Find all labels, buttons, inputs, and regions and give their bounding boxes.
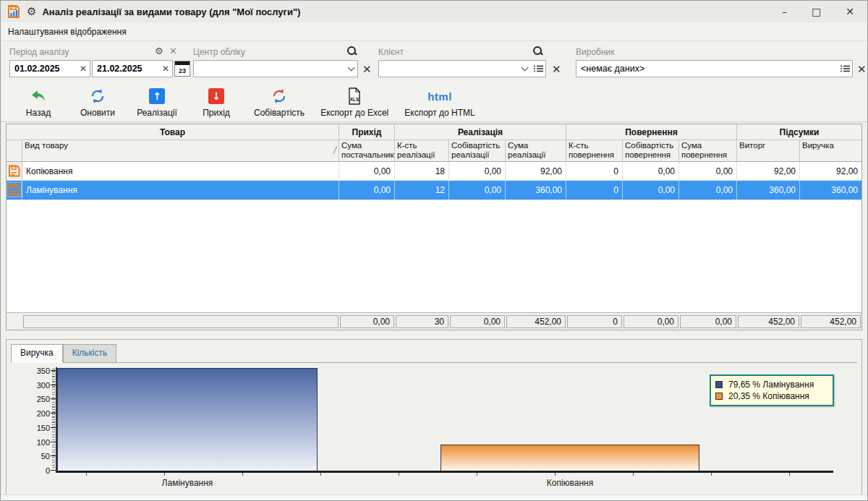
table-row[interactable]: Ламінування 0,00 12 0,00 360,00 0 0,00 0…	[7, 181, 861, 200]
legend-item: 20,35 % Копіювання	[715, 390, 828, 402]
gear-icon: ⚙	[27, 5, 36, 18]
list-icon[interactable]	[838, 65, 852, 72]
income-button[interactable]: ↓ Прихід	[190, 86, 242, 119]
group-income[interactable]: Прихід	[339, 124, 395, 140]
search-icon[interactable]	[532, 46, 542, 56]
sort-indicator-icon: /	[333, 146, 336, 155]
table-group-header: Товар Прихід Реалізація Повернення Підсу…	[7, 124, 861, 140]
sales-button[interactable]: ↑ Реалізації	[131, 86, 183, 119]
chart-panel: Виручка Кількість Ламінування Копіювання…	[6, 339, 862, 495]
calendar-icon[interactable]: 23	[174, 61, 190, 77]
title-bar: ⚙ Аналіз реалізації за видами товару (дл…	[1, 1, 867, 22]
export-html-button[interactable]: html Експорт до HTML	[400, 86, 479, 119]
producer-input[interactable]	[576, 64, 838, 74]
bar-copying[interactable]	[441, 445, 699, 471]
maximize-button[interactable]: □	[812, 6, 821, 17]
group-summary[interactable]: Підсумки	[737, 124, 861, 140]
y-axis-tick	[51, 442, 56, 442]
chart-legend: 79,65 % Ламінування 20,35 % Копіювання	[710, 374, 834, 406]
clear-icon[interactable]: ✕	[159, 64, 172, 74]
floppy-orange-icon	[7, 183, 21, 197]
tab-revenue[interactable]: Виручка	[11, 344, 63, 363]
column-sales-cost[interactable]: Собівартість реалізації	[449, 140, 506, 162]
menu-item-display-settings[interactable]: Налаштування відображення	[8, 27, 127, 37]
chevron-down-icon[interactable]	[344, 68, 357, 70]
group-returns[interactable]: Повернення	[566, 124, 737, 140]
legend-swatch-copying	[715, 393, 723, 400]
column-icon	[7, 140, 22, 162]
column-product-type[interactable]: Вид товару/	[22, 140, 339, 162]
y-axis-tick	[51, 427, 56, 428]
floppy-orange-icon	[7, 164, 21, 178]
date-from-input[interactable]	[10, 64, 77, 74]
date-to-input[interactable]	[93, 64, 159, 74]
clear-icon[interactable]: ✕	[169, 46, 177, 56]
xls-file-icon: XLS	[347, 87, 362, 105]
y-axis-label: 150	[37, 424, 50, 432]
html-icon: html	[427, 87, 452, 105]
y-axis-label: 50	[41, 452, 50, 461]
column-supplier-sum[interactable]: Сума постачальнику	[339, 140, 395, 162]
period-label: Період аналізу	[9, 47, 69, 57]
group-sales[interactable]: Реалізація	[395, 124, 566, 140]
x-label-laminating: Ламінування	[57, 478, 318, 488]
column-sales-sum[interactable]: Сума реалізації	[506, 140, 566, 162]
column-return-qty[interactable]: К-сть повернення	[566, 140, 623, 162]
close-button[interactable]: ✕	[846, 6, 854, 17]
date-to-field[interactable]: ✕	[92, 60, 173, 77]
cost-button[interactable]: Собівартість	[250, 86, 309, 119]
y-axis-label: 300	[37, 381, 50, 390]
back-button[interactable]: Назад	[12, 86, 64, 119]
sales-analysis-table: Товар Прихід Реалізація Повернення Підсу…	[6, 124, 862, 330]
clear-icon[interactable]: ✕	[77, 64, 90, 74]
table-row[interactable]: Копіювання 0,00 18 0,00 92,00 0 0,00 0,0…	[7, 162, 861, 181]
window-title: Аналіз реалізації за видами товару (для …	[42, 7, 782, 17]
search-icon[interactable]	[346, 46, 357, 56]
bar-laminating[interactable]	[57, 368, 318, 471]
client-label: Клієнт	[378, 47, 404, 57]
center-combobox[interactable]	[193, 60, 358, 77]
chevron-down-icon[interactable]	[518, 68, 531, 70]
tab-quantity[interactable]: Кількість	[63, 344, 117, 363]
refresh-button[interactable]: Оновити	[72, 86, 124, 119]
menu-bar: Налаштування відображення	[1, 22, 867, 41]
legend-swatch-laminating	[715, 381, 723, 388]
refresh-dual-icon	[271, 87, 287, 105]
app-report-icon	[7, 4, 21, 19]
x-label-copying: Копіювання	[441, 478, 699, 488]
date-from-field[interactable]: ✕	[9, 60, 90, 77]
list-icon[interactable]	[531, 65, 545, 72]
client-combobox[interactable]	[378, 60, 546, 77]
y-axis-label: 100	[37, 438, 50, 447]
column-revenue[interactable]: Виручка	[800, 140, 861, 162]
cell-product-name: Ламінування	[22, 181, 339, 200]
y-axis-tick	[51, 413, 56, 414]
column-sales-qty[interactable]: К-сть реалізації	[395, 140, 449, 162]
y-axis-tick	[51, 370, 56, 371]
center-label: Центр обліку	[193, 47, 245, 57]
column-return-sum[interactable]: Сума повернення	[679, 140, 737, 162]
table-empty-area	[7, 200, 861, 312]
legend-item: 79,65 % Ламінування	[715, 379, 828, 390]
cell-product-name: Копіювання	[22, 162, 339, 181]
y-axis-tick	[51, 470, 56, 471]
total-empty	[23, 315, 339, 328]
back-arrow-icon	[30, 87, 47, 105]
minimize-button[interactable]: –	[782, 6, 787, 17]
column-proceeds[interactable]: Виторг	[737, 140, 800, 162]
clear-icon[interactable]: ✕	[362, 63, 372, 76]
producer-field[interactable]	[576, 60, 853, 77]
arrow-down-square-icon: ↓	[208, 87, 224, 105]
group-product[interactable]: Товар	[7, 124, 339, 140]
svg-text:XLS: XLS	[350, 97, 359, 102]
clear-icon[interactable]: ✕	[857, 63, 867, 76]
gear-icon[interactable]: ⚙	[155, 46, 163, 56]
table-totals-row: 0,00 30 0,00 452,00 0 0,00 0,00 452,00 4…	[7, 312, 861, 330]
export-excel-button[interactable]: XLS Експорт до Excel	[316, 86, 393, 119]
y-axis-tick	[51, 455, 56, 456]
y-axis-label: 0	[46, 466, 50, 475]
arrow-up-square-icon: ↑	[149, 87, 165, 105]
column-return-cost[interactable]: Собівартість повернення	[623, 140, 679, 162]
table-column-header: Вид товару/ Сума постачальнику К-сть реа…	[7, 140, 861, 162]
clear-icon[interactable]: ✕	[552, 63, 561, 76]
